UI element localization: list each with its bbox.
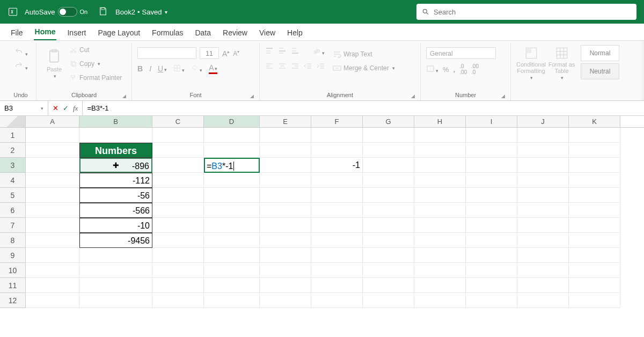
merge-center-button[interactable]: Merge & Center▾ <box>333 62 395 74</box>
cell-I4[interactable] <box>466 173 517 188</box>
cell-D11[interactable] <box>204 278 260 293</box>
percent-button[interactable]: % <box>443 65 449 74</box>
cell-D9[interactable] <box>204 248 260 263</box>
row-header-4[interactable]: 4 <box>0 173 26 188</box>
column-header-J[interactable]: J <box>517 116 569 127</box>
cell-J12[interactable] <box>517 293 569 308</box>
cell-H11[interactable] <box>414 278 466 293</box>
tab-file[interactable]: File <box>10 25 24 40</box>
cell-F7[interactable] <box>311 218 363 233</box>
tab-data[interactable]: Data <box>194 25 212 40</box>
align-left-button[interactable] <box>265 62 274 72</box>
cell-K2[interactable] <box>569 143 620 158</box>
italic-button[interactable]: I <box>149 64 151 73</box>
cell-B8[interactable]: -9456 <box>79 233 152 248</box>
alignment-launcher-icon[interactable]: ◢ <box>411 93 415 99</box>
cell-H8[interactable] <box>414 233 466 248</box>
number-format-select[interactable]: General <box>426 47 496 59</box>
number-launcher-icon[interactable]: ◢ <box>501 93 505 99</box>
cell-H3[interactable] <box>414 158 466 173</box>
cell-I6[interactable] <box>466 203 517 218</box>
fill-color-button[interactable]: ▾ <box>191 64 202 74</box>
cell-C8[interactable] <box>152 233 204 248</box>
cell-J9[interactable] <box>517 248 569 263</box>
cell-I7[interactable] <box>466 218 517 233</box>
cell-A11[interactable] <box>26 278 79 293</box>
cell-G10[interactable] <box>363 263 414 278</box>
increase-decimal-button[interactable]: .0.00 <box>459 63 467 75</box>
cell-I9[interactable] <box>466 248 517 263</box>
cell-B1[interactable] <box>79 128 152 143</box>
cell-D12[interactable] <box>204 293 260 308</box>
cell-B6[interactable]: -566 <box>79 203 152 218</box>
cell-J10[interactable] <box>517 263 569 278</box>
row-header-7[interactable]: 7 <box>0 218 26 233</box>
column-header-B[interactable]: B <box>79 116 152 127</box>
cell-C4[interactable] <box>152 173 204 188</box>
row-header-5[interactable]: 5 <box>0 188 26 203</box>
row-header-12[interactable]: 12 <box>0 293 26 308</box>
align-middle-button[interactable] <box>278 47 287 57</box>
align-top-button[interactable] <box>265 47 274 57</box>
row-header-6[interactable]: 6 <box>0 203 26 218</box>
row-header-8[interactable]: 8 <box>0 233 26 248</box>
decrease-indent-button[interactable] <box>304 62 312 72</box>
bold-button[interactable]: B <box>137 64 143 73</box>
cell-A9[interactable] <box>26 248 79 263</box>
redo-button[interactable]: ▾ <box>13 61 28 72</box>
cell-C6[interactable] <box>152 203 204 218</box>
cell-H9[interactable] <box>414 248 466 263</box>
cell-F8[interactable] <box>311 233 363 248</box>
cell-D1[interactable] <box>204 128 260 143</box>
column-header-H[interactable]: H <box>414 116 466 127</box>
cell-K11[interactable] <box>569 278 620 293</box>
cell-C10[interactable] <box>152 263 204 278</box>
cell-E9[interactable] <box>260 248 311 263</box>
align-center-button[interactable] <box>278 62 287 72</box>
cell-A5[interactable] <box>26 188 79 203</box>
cell-E12[interactable] <box>260 293 311 308</box>
column-header-F[interactable]: F <box>311 116 363 127</box>
document-title[interactable]: Book2 • Saved ▾ <box>115 8 167 16</box>
style-neutral[interactable]: Neutral <box>581 63 619 79</box>
cell-J8[interactable] <box>517 233 569 248</box>
toggle-switch[interactable] <box>58 7 77 17</box>
cell-I1[interactable] <box>466 128 517 143</box>
cell-G5[interactable] <box>363 188 414 203</box>
cell-J6[interactable] <box>517 203 569 218</box>
cell-J2[interactable] <box>517 143 569 158</box>
align-right-button[interactable] <box>291 62 299 72</box>
cell-H10[interactable] <box>414 263 466 278</box>
cell-E10[interactable] <box>260 263 311 278</box>
paste-button[interactable]: Paste▾ <box>42 44 67 83</box>
select-all-corner[interactable] <box>0 116 26 127</box>
cell-F9[interactable] <box>311 248 363 263</box>
spreadsheet-grid[interactable]: ABCDEFGHIJK 12Numbers3-896✚=B3*-1-14-112… <box>0 116 644 332</box>
row-header-11[interactable]: 11 <box>0 278 26 293</box>
cell-K10[interactable] <box>569 263 620 278</box>
cell-F10[interactable] <box>311 263 363 278</box>
cell-E5[interactable] <box>260 188 311 203</box>
fx-button[interactable]: fx <box>73 104 78 113</box>
tab-help[interactable]: Help <box>286 25 304 40</box>
row-header-9[interactable]: 9 <box>0 248 26 263</box>
column-header-K[interactable]: K <box>569 116 620 127</box>
column-header-I[interactable]: I <box>466 116 517 127</box>
cell-C3[interactable] <box>152 158 204 173</box>
cell-D7[interactable] <box>204 218 260 233</box>
cell-F4[interactable] <box>311 173 363 188</box>
tab-home[interactable]: Home <box>34 24 57 40</box>
cell-B12[interactable] <box>79 293 152 308</box>
cell-A12[interactable] <box>26 293 79 308</box>
cell-A3[interactable] <box>26 158 79 173</box>
wrap-text-button[interactable]: Wrap Text <box>333 48 395 60</box>
tab-review[interactable]: Review <box>222 25 248 40</box>
shrink-font-button[interactable]: A▾ <box>233 49 239 57</box>
decrease-decimal-button[interactable]: .00.0 <box>471 63 479 75</box>
cell-A10[interactable] <box>26 263 79 278</box>
cell-B9[interactable] <box>79 248 152 263</box>
cell-K4[interactable] <box>569 173 620 188</box>
font-size-select[interactable]: 11 <box>200 47 219 59</box>
orientation-button[interactable]: ab▾ <box>312 47 325 57</box>
cell-C9[interactable] <box>152 248 204 263</box>
